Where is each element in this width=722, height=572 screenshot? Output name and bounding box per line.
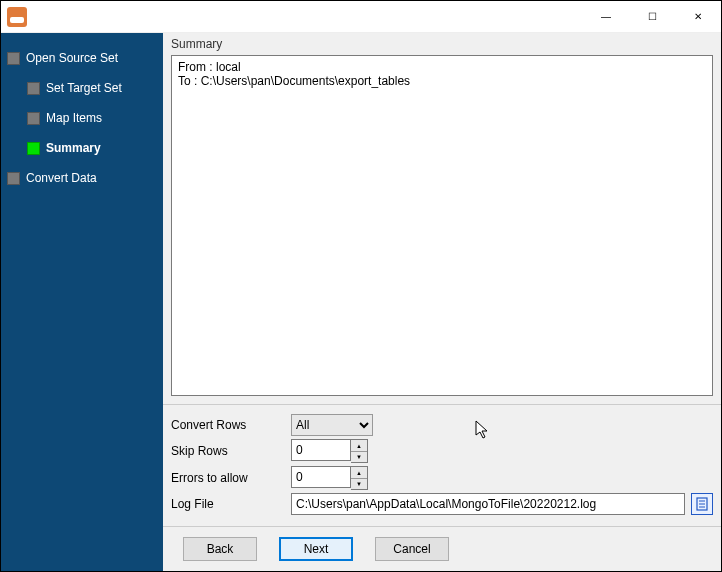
sidebar-item-summary[interactable]: Summary (27, 135, 163, 161)
back-button[interactable]: Back (183, 537, 257, 561)
document-icon (695, 497, 709, 511)
step-box-icon (27, 112, 40, 125)
summary-text-box[interactable]: From : local To : C:\Users\pan\Documents… (171, 55, 713, 396)
skip-rows-input[interactable] (291, 439, 351, 461)
convert-rows-select[interactable]: All (291, 414, 373, 436)
sidebar-item-map-items[interactable]: Map Items (27, 105, 163, 131)
minimize-button[interactable]: ― (583, 1, 629, 33)
errors-spinner[interactable]: ▲▼ (351, 466, 368, 490)
sidebar-item-convert-data[interactable]: Convert Data (7, 165, 163, 191)
cancel-button[interactable]: Cancel (375, 537, 449, 561)
skip-rows-spinner[interactable]: ▲▼ (351, 439, 368, 463)
next-button[interactable]: Next (279, 537, 353, 561)
step-box-icon (7, 52, 20, 65)
sidebar-item-set-target-set[interactable]: Set Target Set (27, 75, 163, 101)
panel-title: Summary (163, 33, 721, 55)
errors-input[interactable] (291, 466, 351, 488)
sidebar-item-open-source-set[interactable]: Open Source Set (7, 45, 163, 71)
maximize-button[interactable]: ☐ (629, 1, 675, 33)
step-box-icon (27, 142, 40, 155)
sidebar-item-label: Map Items (46, 111, 102, 125)
browse-log-button[interactable] (691, 493, 713, 515)
step-box-icon (7, 172, 20, 185)
sidebar-item-label: Convert Data (26, 171, 97, 185)
sidebar-item-label: Set Target Set (46, 81, 122, 95)
skip-rows-label: Skip Rows (171, 444, 291, 458)
wizard-sidebar: Open Source Set Set Target Set Map Items… (1, 33, 163, 571)
sidebar-item-label: Summary (46, 141, 101, 155)
sidebar-item-label: Open Source Set (26, 51, 118, 65)
errors-label: Errors to allow (171, 471, 291, 485)
button-bar: Back Next Cancel (163, 526, 721, 571)
close-button[interactable]: ✕ (675, 1, 721, 33)
options-section: Convert Rows All Skip Rows ▲▼ Errors to … (163, 404, 721, 526)
log-file-label: Log File (171, 497, 291, 511)
app-icon (7, 7, 27, 27)
step-box-icon (27, 82, 40, 95)
main-panel: Summary From : local To : C:\Users\pan\D… (163, 33, 721, 571)
log-file-input[interactable] (291, 493, 685, 515)
convert-rows-label: Convert Rows (171, 418, 291, 432)
titlebar: ― ☐ ✕ (1, 1, 721, 33)
